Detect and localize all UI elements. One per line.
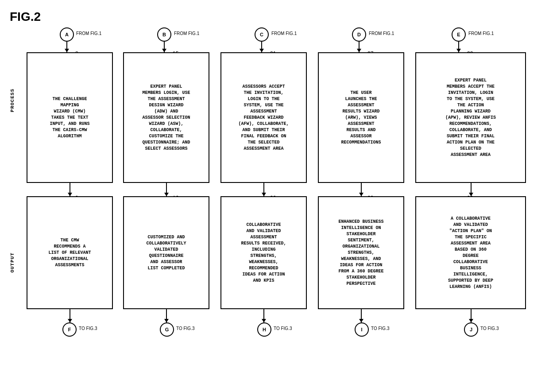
arrow-B-down — [164, 42, 165, 52]
to-F: TO FIG.3 — [79, 326, 97, 331]
circle-E: E — [452, 27, 466, 42]
circle-I: I — [355, 322, 369, 337]
arrow-out-bot-3 — [263, 309, 264, 322]
process-box-33: EXPERT PANEL MEMBERS ACCEPT THE INVITATI… — [415, 52, 526, 183]
circle-D: D — [352, 27, 366, 42]
output-box-34: A COLLABORATIVE AND VALIDATED "ACTION PL… — [415, 196, 526, 309]
from-E: FROM FIG.1 — [468, 31, 494, 36]
diagram: FIG.2 PROCESS OUTPUT A FROM FIG.1 B FROM… — [0, 0, 549, 392]
arrow-E-down — [458, 42, 459, 52]
arrow-D-down — [359, 42, 360, 52]
arrow-proc-out-1 — [70, 183, 70, 196]
from-C: FROM FIG.1 — [271, 31, 297, 36]
fig-label: FIG.2 — [10, 10, 41, 24]
arrow-proc-out-5 — [471, 183, 472, 196]
arrow-A-down — [66, 42, 67, 52]
output-box-22: COLLABORATIVE AND VALIDATED ASSESSMENT R… — [220, 196, 307, 309]
arrow-out-bot-1 — [70, 309, 70, 322]
output-label: OUTPUT — [10, 252, 15, 273]
circle-C: C — [255, 27, 269, 42]
circle-B: B — [157, 27, 171, 42]
output-box-9: THE CMW RECOMMENDS A LIST OF RELEVANT OR… — [27, 196, 113, 309]
arrow-C-down — [261, 42, 262, 52]
to-I: TO FIG.3 — [371, 326, 390, 331]
arrow-proc-out-2 — [166, 183, 167, 196]
arrow-out-bot-5 — [471, 309, 472, 322]
arrow-proc-out-3 — [263, 183, 264, 196]
circle-J: J — [464, 322, 478, 337]
circle-G: G — [160, 322, 174, 337]
from-A: FROM FIG.1 — [76, 31, 101, 36]
circle-H: H — [257, 322, 271, 337]
to-J: TO FIG.3 — [480, 326, 499, 331]
output-box-28: ENHANCED BUSINESS INTELLIGENCE ON STAKEH… — [318, 196, 404, 309]
circle-A: A — [60, 27, 74, 42]
from-B: FROM FIG.1 — [174, 31, 199, 36]
process-box-27: THE USER LAUNCHES THE ASSESSMENT RESULTS… — [318, 52, 404, 183]
arrow-out-bot-2 — [166, 309, 167, 322]
from-D: FROM FIG.1 — [369, 31, 394, 36]
to-G: TO FIG.3 — [176, 326, 195, 331]
arrow-out-bot-4 — [361, 309, 362, 322]
process-box-15: EXPERT PANEL MEMBERS LOGIN, USE THE ASSE… — [123, 52, 209, 183]
process-box-8: THE CHALLENGE MAPPING WIZARD (CMW) TAKES… — [27, 52, 113, 183]
process-box-21: ASSESSORS ACCEPT THE INVITATION, LOGIN T… — [220, 52, 307, 183]
output-box-16: CUSTOMIZED AND COLLABORATIVELY VALIDATED… — [123, 196, 209, 309]
arrow-proc-out-4 — [361, 183, 362, 196]
process-label: PROCESS — [10, 89, 15, 112]
to-H: TO FIG.3 — [274, 326, 292, 331]
circle-F: F — [62, 322, 77, 337]
